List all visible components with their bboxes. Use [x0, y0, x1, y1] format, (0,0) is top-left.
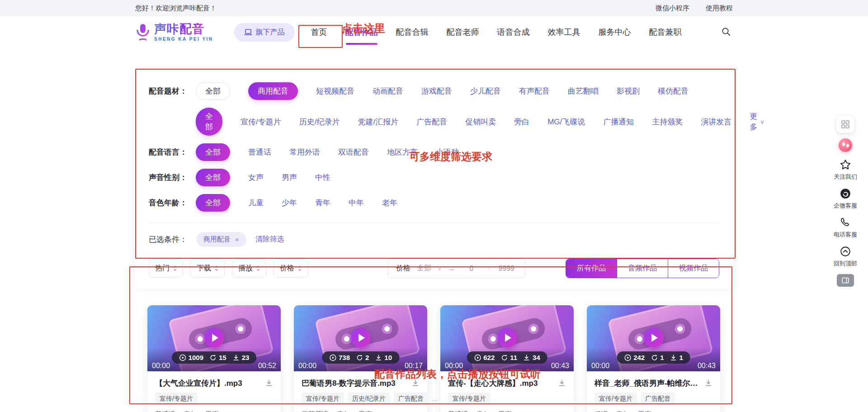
filter-option[interactable]: MG/飞碟说: [547, 117, 585, 127]
phone-support-button[interactable]: 电话客服: [834, 217, 857, 239]
filter-option[interactable]: 女声: [248, 172, 264, 183]
filter-option[interactable]: 党建/汇报片: [358, 117, 398, 127]
grid-icon[interactable]: [836, 116, 854, 133]
tag-row: 宣传/专题片: [155, 393, 273, 405]
tab-all-works[interactable]: 所有作品: [566, 259, 617, 278]
chevron-down-icon[interactable]: ∨: [438, 265, 442, 272]
topbar-link-tutorial[interactable]: 使用教程: [706, 4, 733, 13]
work-title[interactable]: 样音_老师_俄语男声-帕维尔_编号...: [594, 378, 701, 388]
logo-text-en: SHENG KA PEI YIN: [154, 37, 213, 42]
search-icon[interactable]: [719, 25, 733, 40]
header: 声咔配音 SHENG KA PEI YIN 旗下产品 首页 配音作品 配音合辑 …: [0, 16, 868, 48]
work-card[interactable]: 242 1 1 00:00 00:43 样音_老师_俄语男声-帕维尔_编号...…: [587, 305, 720, 412]
filter-option[interactable]: 老年: [382, 198, 397, 208]
filter-option[interactable]: 演讲发言: [701, 117, 731, 127]
nav-item-collections[interactable]: 配音合辑: [396, 24, 429, 40]
topbar-link-miniprogram[interactable]: 微信小程序: [656, 4, 689, 13]
filter-option[interactable]: 儿童: [248, 198, 264, 208]
filter-option-theme-commercial[interactable]: 商用配音: [248, 82, 298, 100]
filter-option[interactable]: 短视频配音: [316, 86, 354, 96]
video-thumbnail[interactable]: 1009 15 23 00:00 00:52: [147, 305, 281, 371]
download-icon[interactable]: [411, 379, 420, 387]
nav-item-tts[interactable]: 语音合成: [497, 24, 530, 40]
filter-option-gender-all[interactable]: 全部: [196, 169, 230, 186]
filter-option[interactable]: 少儿配音: [470, 86, 501, 96]
nav-item-service[interactable]: 服务中心: [599, 24, 631, 40]
products-button[interactable]: 旗下产品: [234, 23, 295, 42]
star-icon: [840, 159, 851, 170]
filter-option[interactable]: 男声: [282, 172, 297, 183]
close-icon[interactable]: ×: [235, 236, 239, 243]
filter-option[interactable]: 旁白: [514, 117, 529, 127]
filter-option[interactable]: 常用外语: [289, 147, 320, 157]
filter-option[interactable]: 宣传/专题片: [241, 117, 281, 127]
meta-row: 普通话 青年 男声: [448, 410, 566, 412]
filter-option-age-all[interactable]: 全部: [196, 194, 230, 212]
filter-option[interactable]: 广播通知: [603, 117, 634, 127]
filter-option[interactable]: 少年: [282, 198, 297, 208]
play-button[interactable]: [351, 328, 371, 348]
play-count: 242: [633, 354, 645, 361]
filter-option-theme-all[interactable]: 全部: [196, 82, 230, 100]
work-card[interactable]: 622 11 34 00:00 00:43 宣传-【走心大牌感】.mp3 宣传/…: [440, 305, 574, 412]
clear-filters-button[interactable]: 清除筛选: [255, 235, 284, 244]
filter-option[interactable]: 曲艺翻唱: [568, 86, 599, 96]
filter-option-language-all[interactable]: 全部: [196, 143, 230, 161]
filter-option[interactable]: 游戏配音: [421, 86, 452, 96]
filter-option[interactable]: 中性: [315, 172, 330, 183]
video-thumbnail[interactable]: 622 11 34 00:00 00:43: [440, 305, 574, 371]
download-icon[interactable]: [558, 379, 566, 387]
download-icon[interactable]: [265, 379, 273, 387]
nav-item-home[interactable]: 首页: [311, 24, 327, 40]
nav-item-teachers[interactable]: 配音老师: [447, 24, 479, 40]
filter-option[interactable]: 青年: [315, 198, 330, 208]
work-card[interactable]: 1009 15 23 00:00 00:52 【大气企业宣传片】.mp3 宣传/…: [147, 305, 281, 412]
more-button[interactable]: 更多 ∨: [750, 111, 764, 132]
video-thumbnail[interactable]: 242 1 1 00:00 00:43: [587, 305, 720, 371]
logo[interactable]: 声咔配音 SHENG KA PEI YIN: [135, 23, 213, 42]
filter-option[interactable]: 模仿配音: [658, 86, 689, 96]
time-duration: 00:52: [258, 362, 276, 370]
filter-option[interactable]: 有声配音: [519, 86, 550, 96]
collapse-panel-icon[interactable]: [837, 274, 854, 287]
paw-badge-icon[interactable]: [839, 138, 852, 152]
wecom-support-button[interactable]: 企微客服: [834, 188, 857, 210]
tab-audio-works[interactable]: 音频作品: [617, 259, 668, 278]
tag-row: 宣传/专题片 广告配音: [594, 393, 712, 405]
filter-option[interactable]: 普通话: [248, 147, 271, 157]
play-button[interactable]: [204, 328, 224, 348]
filter-option[interactable]: 地区方言: [387, 147, 418, 157]
filter-option[interactable]: 动画配音: [373, 86, 403, 96]
price-max-input[interactable]: 9999: [496, 265, 516, 273]
sort-price-button[interactable]: 价格: [274, 259, 308, 278]
sort-download-button[interactable]: 下载: [190, 259, 225, 278]
sort-play-button[interactable]: 播放: [232, 259, 266, 278]
follow-us-button[interactable]: 关注我们: [834, 159, 857, 181]
work-title[interactable]: 宣传-【走心大牌感】.mp3: [448, 378, 554, 388]
play-button[interactable]: [497, 328, 517, 348]
sort-hot-button[interactable]: 热门: [149, 259, 183, 278]
selected-chip-commercial[interactable]: 商用配音 ×: [196, 232, 246, 247]
nav-item-tools[interactable]: 效率工具: [548, 24, 580, 40]
filter-option-sub-all[interactable]: 全部: [196, 108, 222, 136]
filter-option[interactable]: 历史/纪录片: [299, 117, 340, 127]
filter-option[interactable]: 小语种: [436, 147, 459, 157]
play-button[interactable]: [644, 328, 664, 348]
video-thumbnail[interactable]: 738 2 10 00:00 00:17: [294, 305, 427, 371]
filter-option[interactable]: 促销叫卖: [465, 117, 496, 127]
price-min-input[interactable]: 0: [462, 265, 481, 273]
back-to-top-button[interactable]: 回到顶部: [834, 246, 857, 268]
price-select[interactable]: 全部: [417, 264, 431, 273]
download-icon[interactable]: [704, 379, 712, 387]
work-card[interactable]: 738 2 10 00:00 00:17 巴葡语男8-数字提示音.mp3 宣传/…: [294, 305, 427, 412]
tab-video-works[interactable]: 视频作品: [668, 259, 719, 278]
nav-item-jobs[interactable]: 配音兼职: [649, 24, 682, 40]
filter-option[interactable]: 广告配音: [416, 117, 447, 127]
filter-option[interactable]: 主持颁奖: [652, 117, 683, 127]
filter-option[interactable]: 双语配音: [338, 147, 369, 157]
work-title[interactable]: 【大气企业宣传片】.mp3: [155, 378, 261, 388]
nav-item-works[interactable]: 配音作品: [345, 24, 378, 40]
work-title[interactable]: 巴葡语男8-数字提示音.mp3: [302, 378, 408, 388]
filter-option[interactable]: 影视剧: [617, 86, 640, 96]
filter-option[interactable]: 中年: [349, 198, 364, 208]
